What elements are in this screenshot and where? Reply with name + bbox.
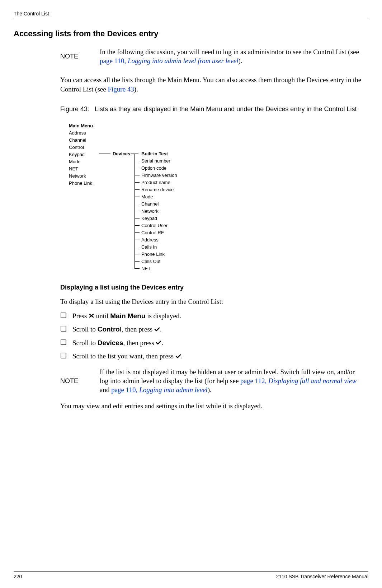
tree-branch	[135, 268, 140, 269]
tree-item: Control User	[141, 222, 177, 229]
tree-item: Rename device	[141, 186, 177, 193]
step-item: ❏ Press until Main Menu is displayed.	[60, 311, 365, 321]
step-text: .	[181, 352, 183, 360]
xref-link[interactable]: page 110,	[100, 57, 128, 65]
tree-item: Channel	[141, 201, 177, 208]
step-text: , then press	[122, 325, 154, 333]
menu-tree-diagram: Main Menu Address Channel Control Keypad…	[69, 122, 365, 269]
step-item: ❏ Scroll to the list you want, then pres…	[60, 352, 365, 361]
bullet-square-icon: ❏	[60, 325, 72, 333]
tree-item: Calls In	[141, 244, 177, 251]
step-text: .	[161, 339, 163, 347]
note-text-part: In the following discussion, you will ne…	[100, 48, 359, 56]
tree-branch	[135, 240, 140, 240]
xref-link[interactable]: page 110,	[111, 386, 139, 394]
note-text-part: ).	[208, 386, 212, 394]
step-text: .	[160, 325, 162, 333]
figure-caption: Figure 43: Lists as they are displayed i…	[60, 105, 365, 113]
ui-label: Main Menu	[110, 312, 145, 320]
tree-connector	[99, 154, 110, 154]
bullet-square-icon: ❏	[60, 311, 72, 319]
note-label: NOTE	[60, 377, 100, 385]
tree-heading: Main Menu	[69, 122, 101, 130]
note-label: NOTE	[60, 53, 100, 60]
step-text: Scroll to	[72, 339, 98, 347]
note-text: If the list is not displayed it may be h…	[100, 368, 365, 394]
tree-item: Product name	[141, 179, 177, 186]
tree-item: Address	[69, 130, 101, 137]
tree-item: NET	[141, 265, 177, 272]
tree-branch	[135, 175, 140, 175]
tree-branch	[135, 168, 140, 168]
page-title: Accessing lists from the Devices entry	[14, 29, 368, 38]
tree-item: Firmware version	[141, 172, 177, 179]
figure-number: Figure 43:	[60, 105, 89, 113]
tree-branch	[135, 225, 140, 226]
note-text-part: and	[100, 386, 111, 394]
note-text-part: ).	[238, 57, 242, 65]
step-text: until	[94, 312, 110, 320]
tree-branch	[135, 218, 140, 218]
body-paragraph: To display a list using the Devices entr…	[60, 297, 365, 306]
tree-item: Channel	[69, 137, 101, 144]
tree-item: NET	[69, 165, 101, 173]
xref-link-title[interactable]: Displaying full and normal view	[268, 377, 357, 385]
tree-branch	[135, 211, 140, 211]
step-item: ❏ Scroll to Devices, then press .	[60, 338, 365, 348]
header-rule	[14, 18, 368, 18]
tree-item: Mode	[69, 158, 101, 165]
figure-xref[interactable]: Figure 43	[108, 85, 134, 93]
step-item: ❏ Scroll to Control, then press .	[60, 325, 365, 334]
step-list: ❏ Press until Main Menu is displayed. ❏ …	[60, 311, 365, 362]
figure-title: Lists as they are displayed in the Main …	[95, 105, 357, 113]
tree-item: Option code	[141, 165, 177, 172]
x-button-icon	[89, 311, 94, 321]
tree-branch	[135, 189, 140, 190]
tree-item: Mode	[141, 193, 177, 201]
step-text: Scroll to	[72, 325, 98, 333]
tree-item: Built-in Test	[141, 150, 177, 157]
bullet-square-icon: ❏	[60, 352, 72, 359]
check-button-icon	[154, 325, 160, 334]
tree-branch	[135, 247, 140, 247]
bullet-square-icon: ❏	[60, 338, 72, 346]
body-paragraph: You can access all the lists through the…	[60, 75, 365, 94]
tree-item: Keypad	[141, 215, 177, 222]
check-button-icon	[156, 338, 161, 348]
body-paragraph: You may view and edit entries and settin…	[60, 401, 365, 411]
xref-link-title[interactable]: Logging into admin level from user level	[128, 57, 239, 65]
tree-item: Phone Link	[141, 251, 177, 258]
tree-branch	[135, 197, 140, 197]
tree-node-devices: Devices	[113, 150, 130, 157]
tree-branch	[135, 232, 140, 233]
ui-label: Control	[98, 325, 122, 333]
tree-item: Calls Out	[141, 258, 177, 265]
xref-link[interactable]: page 112,	[240, 377, 268, 385]
tree-item: Address	[141, 236, 177, 244]
ui-label: Devices	[98, 339, 123, 347]
page-number: 220	[14, 574, 22, 579]
check-button-icon	[175, 352, 181, 361]
tree-branch	[135, 161, 140, 161]
note-block: NOTE In the following discussion, you wi…	[60, 48, 365, 65]
document-title: 2110 SSB Transceiver Reference Manual	[276, 574, 368, 579]
xref-link-title[interactable]: Logging into admin level	[139, 386, 208, 394]
note-text: In the following discussion, you will ne…	[100, 48, 365, 65]
step-text: Scroll to the list you want, then press	[72, 352, 175, 360]
tree-item: Control	[69, 144, 101, 151]
tree-item: Network	[141, 208, 177, 215]
text-part: ).	[134, 85, 138, 93]
note-block: NOTE If the list is not displayed it may…	[60, 368, 365, 394]
tree-branch	[135, 204, 140, 204]
tree-branch	[135, 182, 140, 183]
tree-item: Phone Link	[69, 180, 101, 187]
step-text: is displayed.	[145, 312, 181, 320]
text-part: You can access all the lists through the…	[60, 76, 361, 93]
step-text: Press	[72, 312, 89, 320]
tree-item: Control RF	[141, 229, 177, 236]
tree-item: Network	[69, 173, 101, 180]
running-header: The Control List	[14, 11, 368, 17]
page-footer: 220 2110 SSB Transceiver Reference Manua…	[14, 571, 368, 579]
tree-item: Keypad	[69, 151, 101, 158]
section-heading: Displaying a list using the Devices entr…	[60, 284, 365, 291]
